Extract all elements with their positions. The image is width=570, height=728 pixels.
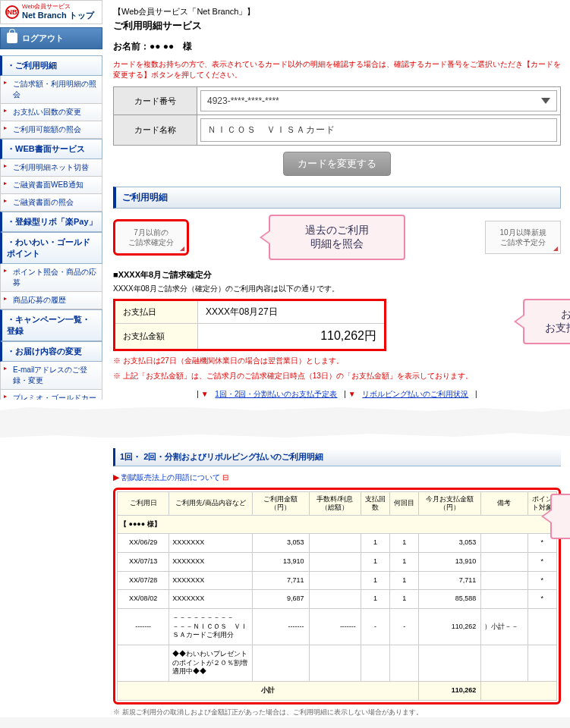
sidebar: NB Web会員サービスNet Branch トップ ログアウト ・ご利用明細ご…	[0, 0, 102, 717]
table-row: XX/07/28XXXXXXX7,711117,711*	[118, 571, 557, 590]
table-row: XX/06/29XXXXXXX3,053113,053*	[118, 534, 557, 553]
usage-col-header: ご利用金額（円）	[252, 492, 309, 516]
triangle-icon	[553, 246, 558, 251]
sidebar-item[interactable]: ご融資書面の照会	[0, 194, 102, 212]
table-row: -------－－－－－－－－－ －－－ＮＩＣＯＳ ＶＩＳＡカードご利用分---…	[118, 609, 557, 645]
card-notice: カードを複数お持ちの方で、表示されているカード以外の明細を確認する場合は、確認す…	[113, 59, 561, 80]
link-row: | ▼ 1回・2回・分割払いのお支払予定表 | ▼ リボルビング払いのご利用状況…	[113, 389, 561, 400]
sidebar-section-header[interactable]: ・キャンペーン一覧・登録	[0, 309, 102, 341]
lock-icon	[7, 33, 17, 43]
tab-next-month[interactable]: 10月以降新規 ご請求予定分	[485, 221, 561, 254]
total-value: 110,262	[419, 682, 481, 701]
detail-section-header: 1回・ 2回・分割およびリボルビング払いのご利用明細	[113, 448, 561, 466]
usage-col-header: ご利用日	[118, 492, 169, 516]
card-no-label: カード番号	[114, 87, 197, 115]
end-note: ※ 新規ご利用分の取消しおよび金額訂正があった場合は、ご利用明細に表示しない場合…	[113, 708, 561, 717]
sidebar-item[interactable]: ご利用明細ネット切替	[0, 159, 102, 177]
nb-top-link[interactable]: NB Web会員サービスNet Branch トップ	[0, 0, 102, 24]
usage-section-header: ご利用明細	[113, 187, 561, 209]
billing-desc: XXXX年08月ご請求分（確定分）のご利用内容は以下の通りです。	[113, 284, 561, 294]
logout-button[interactable]: ログアウト	[0, 27, 102, 49]
sidebar-item[interactable]: ご請求額・利用明細の照会	[0, 76, 102, 104]
usage-detail-frame: ご利用日ご利用先/商品内容などご利用金額（円）手数料/利息（総額）支払回数何回目…	[113, 488, 561, 704]
change-card-button[interactable]: カードを変更する	[283, 152, 391, 176]
pay-amount-label: お支払金額	[115, 324, 198, 350]
callout-usage-detail: ご利用明細を 照会	[550, 494, 570, 539]
billing-heading: ■XXXX年8月ご請求確定分	[113, 269, 561, 281]
page-break	[0, 407, 570, 438]
sidebar-item[interactable]: ポイント照会・商品の応募	[0, 264, 102, 292]
main-content: 【Web会員サービス「Net Branch」】 ご利用明細サービス お名前：●●…	[102, 0, 570, 717]
sidebar-section-header[interactable]: ・WEB書面サービス	[0, 139, 102, 159]
total-label: 小計	[118, 682, 419, 701]
card-name-value: ＮＩＣＯＳ ＶＩＳＡカード	[200, 118, 557, 142]
sidebar-item[interactable]: お支払い回数の変更	[0, 104, 102, 121]
usage-col-header: 手数料/利息（総額）	[309, 492, 361, 516]
link-installment[interactable]: 1回・2回・分割払いのお支払予定表	[215, 390, 337, 398]
pay-amount-value: 110,262円	[198, 324, 386, 350]
term-link[interactable]: 割賦販売法上の用語について	[121, 473, 220, 482]
callout-past-usage: 過去のご利用 明細を照会	[269, 215, 405, 260]
sidebar-item[interactable]: ご融資書面WEB通知	[0, 177, 102, 194]
sidebar-section-header[interactable]: ・登録型リボ「楽Pay」	[0, 212, 102, 232]
usage-col-header: 支払回数	[361, 492, 389, 516]
dropdown-arrow-icon	[541, 98, 550, 104]
sidebar-item[interactable]: ご利用可能額の照会	[0, 121, 102, 139]
table-row: ◆◆わいわいプレゼントのポイントが２０％割増適用中◆◆	[118, 645, 557, 682]
nb-logo-icon: NB	[5, 5, 19, 19]
sidebar-item[interactable]: 商品応募の履歴	[0, 292, 102, 309]
table-row: XX/07/13XXXXXXX13,9101113,910*	[118, 552, 557, 571]
sidebar-item[interactable]: E-mailアドレスのご登録・変更	[0, 362, 102, 390]
footnote-2: ※ 上記「お支払金額」は、ご請求月のご請求確定日時点（13日）の「お支払金額」を…	[113, 371, 561, 381]
usage-subheader: 【 ●●●● 様】	[118, 515, 557, 534]
sidebar-section-header[interactable]: ・お届け内容の変更	[0, 341, 102, 362]
usage-col-header: 何回目	[390, 492, 419, 516]
customer-name: お名前：●● ●● 様	[113, 40, 561, 53]
table-row: XX/08/02XXXXXXX9,6871185,588*	[118, 590, 557, 609]
sidebar-section-header[interactable]: ・わいわい・ゴールドポイント	[0, 232, 102, 264]
usage-col-header: ご利用先/商品内容など	[169, 492, 252, 516]
payment-summary-table: お支払日 XXXX年08月27日 お支払金額 110,262円	[113, 299, 386, 351]
usage-col-header: 備考	[481, 492, 527, 516]
callout-payment: お支払日、 お支払金額を照会	[523, 299, 570, 344]
card-number-select[interactable]: 4923-****-****-****	[200, 90, 557, 111]
link-revolving[interactable]: リボルビング払いのご利用状況	[362, 390, 468, 398]
pay-date-value: XXXX年08月27日	[198, 300, 386, 324]
usage-col-header: 今月お支払金額（円）	[419, 492, 481, 516]
pay-date-label: お支払日	[115, 300, 198, 324]
tab-prev-month[interactable]: 7月以前の ご請求確定分	[113, 219, 189, 256]
triangle-icon	[180, 246, 184, 251]
usage-detail-table: ご利用日ご利用先/商品内容などご利用金額（円）手数料/利息（総額）支払回数何回目…	[117, 491, 557, 701]
sidebar-section-header[interactable]: ・ご利用明細	[0, 55, 102, 76]
card-table: カード番号 4923-****-****-**** カード名称 ＮＩＣＯＳ ＶＩ…	[113, 86, 561, 146]
footnote-1: ※ お支払日は27日（金融機関休業日の場合は翌営業日）とします。	[113, 356, 561, 366]
card-name-label: カード名称	[114, 115, 197, 146]
page-subtitle: ご利用明細サービス	[113, 19, 561, 33]
page-title: 【Web会員サービス「Net Branch」】	[113, 6, 561, 17]
